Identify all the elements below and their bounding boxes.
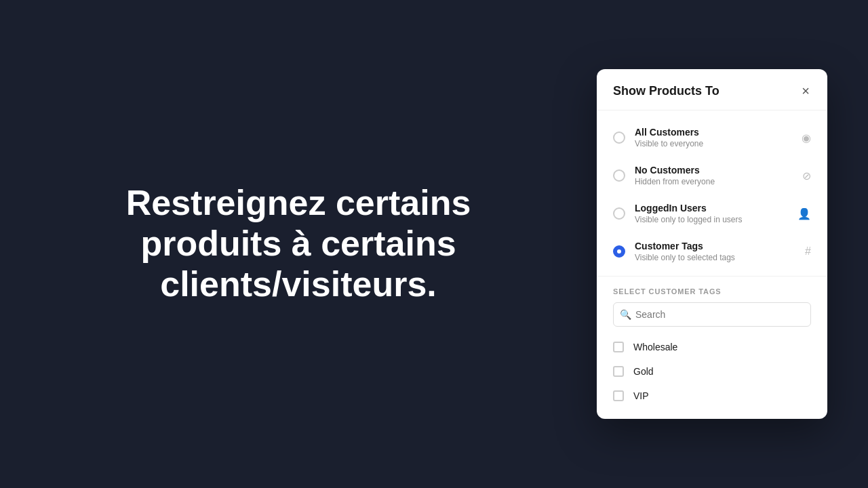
modal-section: Show Products To × All Customers Visible… xyxy=(597,69,827,419)
modal-header: Show Products To × xyxy=(597,69,827,110)
option-no-customers[interactable]: No Customers Hidden from everyone ⊘ xyxy=(597,157,827,195)
tag-wholesale[interactable]: Wholesale xyxy=(597,335,827,359)
hash-icon: # xyxy=(805,245,811,258)
radio-loggedin-users xyxy=(613,207,625,220)
hero-text: Restreignez certains produits à certains… xyxy=(122,183,475,304)
user-icon: 👤 xyxy=(797,207,811,220)
option-loggedin-users[interactable]: LoggedIn Users Visible only to logged in… xyxy=(597,195,827,232)
checkbox-gold[interactable] xyxy=(613,366,624,377)
eye-icon: ◉ xyxy=(802,131,811,144)
option-customer-tags[interactable]: Customer Tags Visible only to selected t… xyxy=(597,232,827,270)
tag-vip[interactable]: VIP xyxy=(597,384,827,408)
option-label-no-customers: No Customers xyxy=(635,165,797,176)
option-sublabel-loggedin-users: Visible only to logged in users xyxy=(635,215,792,224)
radio-circle-all-customers xyxy=(613,131,625,144)
radio-circle-no-customers xyxy=(613,169,625,182)
option-label-all-customers: All Customers xyxy=(635,127,796,138)
tag-gold[interactable]: Gold xyxy=(597,359,827,384)
tag-label-gold: Gold xyxy=(633,366,654,377)
hidden-icon: ⊘ xyxy=(802,169,811,182)
option-sublabel-no-customers: Hidden from everyone xyxy=(635,177,797,186)
option-sublabel-customer-tags: Visible only to selected tags xyxy=(635,253,800,262)
tag-label-wholesale: Wholesale xyxy=(633,342,677,352)
modal-title: Show Products To xyxy=(613,84,719,98)
close-button[interactable]: × xyxy=(800,83,811,99)
radio-customer-tags xyxy=(613,245,625,258)
option-text-no-customers: No Customers Hidden from everyone xyxy=(635,165,797,186)
option-label-loggedin-users: LoggedIn Users xyxy=(635,203,792,214)
radio-all-customers xyxy=(613,131,625,144)
search-wrap: 🔍 xyxy=(613,302,811,327)
option-text-customer-tags: Customer Tags Visible only to selected t… xyxy=(635,241,800,262)
option-sublabel-all-customers: Visible to everyone xyxy=(635,139,796,148)
option-label-customer-tags: Customer Tags xyxy=(635,241,800,251)
show-products-modal: Show Products To × All Customers Visible… xyxy=(597,69,827,419)
radio-circle-customer-tags xyxy=(613,245,625,258)
search-icon: 🔍 xyxy=(620,309,631,320)
tag-label-vip: VIP xyxy=(633,390,649,401)
checkbox-vip[interactable] xyxy=(613,390,624,401)
modal-body: All Customers Visible to everyone ◉ No C… xyxy=(597,110,827,419)
option-text-loggedin-users: LoggedIn Users Visible only to logged in… xyxy=(635,203,792,224)
search-input[interactable] xyxy=(613,302,811,327)
hero-section: Restreignez certains produits à certains… xyxy=(0,142,597,345)
checkbox-wholesale[interactable] xyxy=(613,342,624,352)
tags-section-label: SELECT CUSTOMER TAGS xyxy=(597,282,827,300)
radio-circle-loggedin-users xyxy=(613,207,625,220)
divider xyxy=(597,276,827,277)
radio-no-customers xyxy=(613,169,625,182)
option-all-customers[interactable]: All Customers Visible to everyone ◉ xyxy=(597,119,827,157)
option-text-all-customers: All Customers Visible to everyone xyxy=(635,127,796,148)
tag-list: Wholesale Gold VIP xyxy=(597,332,827,411)
